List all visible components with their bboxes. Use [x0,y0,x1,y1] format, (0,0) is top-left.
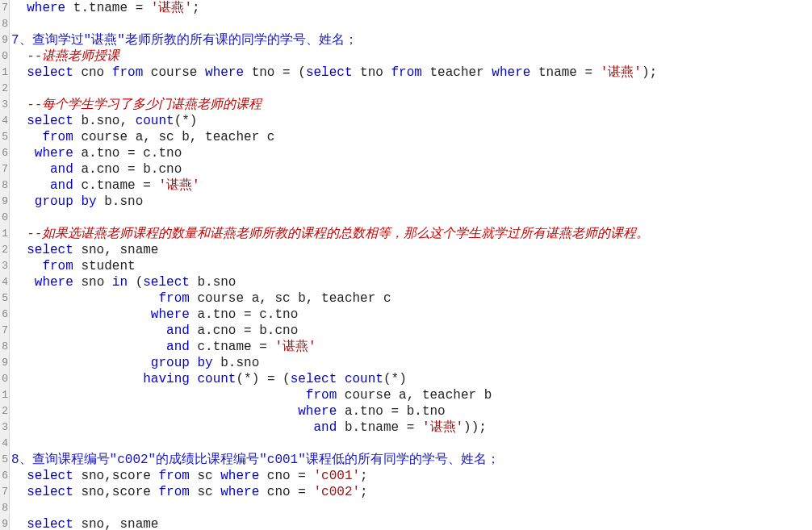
token-plain [11,469,27,483]
line-number: 0 [0,48,9,65]
token-str: '谌燕' [158,178,199,193]
token-plain: a.tno = c.tno [73,146,182,161]
line-number: 7 [0,484,9,500]
token-plain: a.cno = b.cno [190,323,298,338]
token-plain [11,1,27,15]
code-line[interactable] [11,81,812,97]
code-line[interactable]: from course a, teacher b [11,387,812,403]
code-editor[interactable]: where t.tname = '谌燕'; 7、查询学过"谌燕"老师所教的所有课… [10,0,812,530]
line-number: 9 [0,355,9,371]
token-plain [11,259,42,273]
code-line[interactable]: select sno, sname [11,242,812,258]
token-kw: select [306,65,353,80]
token-kw: select [27,469,73,483]
token-kw: count [197,372,236,386]
code-line[interactable]: and b.tname = '谌燕')); [11,419,812,436]
code-line[interactable]: 8、查询课程编号"c002"的成绩比课程编号"c001"课程低的所有同学的学号、… [11,452,812,468]
code-line[interactable]: --如果选谌燕老师课程的数量和谌燕老师所教的课程的总数相等，那么这个学生就学过所… [11,226,812,242]
token-plain [11,162,50,177]
code-line[interactable]: from course a, sc b, teacher c [11,129,812,145]
token-plain [190,372,198,386]
code-line[interactable] [11,210,812,226]
token-plain [73,194,82,209]
code-line[interactable]: select b.sno, count(*) [11,113,812,129]
token-str: '谌燕' [274,340,316,354]
token-plain: b.sno [213,356,260,370]
code-line[interactable]: select sno, sname [11,516,812,530]
token-kw: select [143,275,190,290]
code-line[interactable]: and c.tname = '谌燕' [11,339,812,355]
token-plain: ; [360,485,368,499]
token-kw: having [143,372,190,386]
token-plain: sc [190,485,220,499]
token-kw: from [158,291,189,306]
code-line[interactable]: select sno,score from sc where cno = 'c0… [11,484,812,500]
token-plain: ; [192,1,200,15]
code-line[interactable]: and a.cno = b.cno [11,161,812,177]
code-line[interactable]: having count(*) = (select count(*) [11,371,812,387]
code-line[interactable]: and a.cno = b.cno [11,323,812,339]
code-line[interactable]: from course a, sc b, teacher c [11,290,812,307]
code-line[interactable]: where t.tname = '谌燕'; [11,0,812,16]
token-kw: and [166,323,190,338]
token-plain [11,130,42,144]
token-prob: 8、查询课程编号"c002"的成绩比课程编号"c001"课程低的所有同学的学号、… [11,453,500,467]
line-number: 5 [0,452,9,468]
line-number: 1 [0,226,9,242]
code-line[interactable]: select cno from course where tno = (sele… [11,65,812,81]
token-kw: select [27,243,73,257]
token-plain: cno = [259,485,313,499]
token-plain [11,65,27,80]
token-kw: select [27,517,73,530]
token-plain [190,356,198,370]
token-kw: select [291,372,337,386]
token-str: '谌燕' [422,420,463,435]
token-kw: where [205,65,244,80]
code-line[interactable]: select sno,score from sc where cno = 'c0… [11,468,812,484]
line-number: 7 [0,0,9,16]
token-kw: and [50,178,73,193]
line-number: 4 [0,274,9,290]
token-kw: where [220,469,259,483]
token-plain [11,178,50,193]
token-plain [11,291,158,306]
token-prob: 7、查询学过"谌燕"老师所教的所有课的同学的学号、姓名； [11,33,358,48]
line-number: 6 [0,145,9,161]
line-number: 5 [0,290,9,307]
token-plain [11,194,35,209]
code-line[interactable]: where a.tno = b.tno [11,403,812,419]
token-plain: course a, sc b, teacher c [73,130,275,144]
line-number: 7 [0,161,9,177]
code-line[interactable]: group by b.sno [11,355,812,371]
token-kw: from [391,65,422,80]
code-line[interactable] [11,436,812,452]
code-line[interactable] [11,16,812,32]
token-kw: from [112,65,143,80]
token-kw: where [35,275,73,290]
code-line[interactable]: 7、查询学过"谌燕"老师所教的所有课的同学的学号、姓名； [11,32,812,48]
token-plain: a.tno = b.tno [337,404,445,419]
token-plain [11,243,27,257]
token-plain [11,323,166,338]
token-plain [11,146,35,161]
code-line[interactable]: group by b.sno [11,194,812,210]
token-kw: where [35,146,73,161]
code-line[interactable]: where a.tno = c.tno [11,307,812,323]
token-kw: and [50,162,73,177]
token-plain [11,49,27,64]
code-line[interactable]: where sno in (select b.sno [11,274,812,290]
line-number: 2 [0,403,9,419]
code-line[interactable]: and c.tname = '谌燕' [11,177,812,194]
code-line[interactable]: --谌燕老师授课 [11,48,812,65]
token-plain [337,372,345,386]
token-kw: from [306,388,337,403]
token-plain: sc [190,469,220,483]
token-plain: tname = [530,65,600,80]
token-plain: ( [128,275,143,290]
code-line[interactable]: where a.tno = c.tno [11,145,812,161]
line-number: 8 [0,500,9,516]
code-line[interactable]: --每个学生学习了多少门谌燕老师的课程 [11,97,812,113]
code-line[interactable] [11,500,812,516]
code-line[interactable]: from student [11,258,812,274]
token-plain: (*) [174,114,198,128]
